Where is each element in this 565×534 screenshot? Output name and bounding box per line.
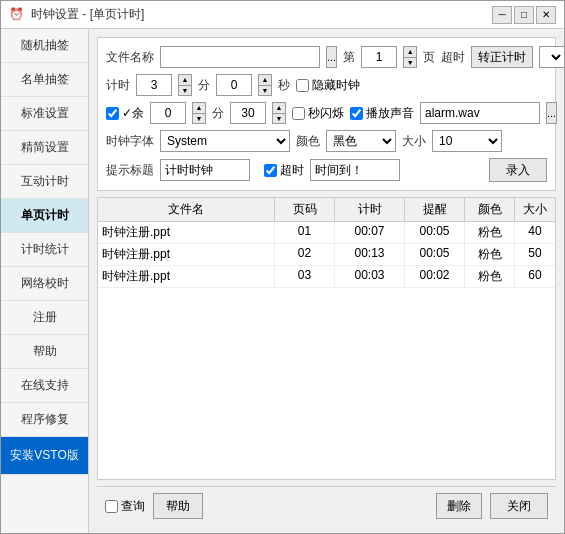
overtime-button[interactable]: 转正计时 (471, 46, 533, 68)
query-checkbox[interactable] (105, 500, 118, 513)
td-color-3: 粉色 (465, 266, 515, 287)
page-up-button[interactable]: ▲ (403, 46, 417, 57)
record-button[interactable]: 录入 (489, 158, 547, 182)
blink-label[interactable]: 秒闪烁 (292, 105, 344, 122)
td-remind-2: 00:05 (405, 244, 465, 265)
title-bar-left: ⏰ 时钟设置 - [单页计时] (9, 6, 144, 23)
th-filename: 文件名 (98, 198, 275, 221)
remain-spinner: ▲ ▼ (192, 102, 206, 124)
delete-button[interactable]: 删除 (436, 493, 482, 519)
sidebar-item-network[interactable]: 网络校时 (1, 267, 88, 301)
timer-hours-down[interactable]: ▼ (178, 85, 192, 97)
sec-label: 秒 (278, 77, 290, 94)
footer: 查询 帮助 删除 关闭 (97, 486, 556, 525)
title-bar: ⏰ 时钟设置 - [单页计时] ─ □ ✕ (1, 1, 564, 29)
page-number-input[interactable] (361, 46, 397, 68)
help-button[interactable]: 帮助 (153, 493, 203, 519)
td-size-2: 50 (515, 244, 555, 265)
sidebar-item-standard[interactable]: 标准设置 (1, 97, 88, 131)
td-page-2: 02 (275, 244, 335, 265)
td-color-2: 粉色 (465, 244, 515, 265)
file-row: 文件名称 ... 第 ▲ ▼ 页 超时 转正计时 (106, 46, 547, 68)
caption-label: 提示标题 (106, 162, 154, 179)
overtime-prompt-input[interactable] (310, 159, 400, 181)
remain-value-input[interactable] (150, 102, 186, 124)
sidebar-item-install[interactable]: 安装VSTO版 (1, 437, 88, 475)
page-label: 第 (343, 49, 355, 66)
min-label: 分 (198, 77, 210, 94)
table-row[interactable]: 时钟注册.ppt 02 00:13 00:05 粉色 50 (98, 244, 555, 266)
sound-file-input[interactable] (420, 102, 540, 124)
sidebar-item-random[interactable]: 随机抽签 (1, 29, 88, 63)
timer-label: 计时 (106, 77, 130, 94)
caption-input[interactable] (160, 159, 250, 181)
td-size-3: 60 (515, 266, 555, 287)
td-page-1: 01 (275, 222, 335, 243)
hide-clock-checkbox[interactable] (296, 79, 309, 92)
size-select[interactable]: 10 (432, 130, 502, 152)
font-row: 时钟字体 System 颜色 黑色 大小 10 (106, 130, 547, 152)
file-label: 文件名称 (106, 49, 154, 66)
sidebar: 随机抽签 名单抽签 标准设置 精简设置 互动计时 单页计时 计时统计 网络校时 … (1, 29, 89, 533)
sidebar-item-register[interactable]: 注册 (1, 301, 88, 335)
blink-checkbox[interactable] (292, 107, 305, 120)
browse-button[interactable]: ... (326, 46, 337, 68)
timer-min-down[interactable]: ▼ (258, 85, 272, 97)
timer-min-input[interactable] (216, 74, 252, 96)
remain-checkbox[interactable] (106, 107, 119, 120)
remain-min-label: 分 (212, 105, 224, 122)
remain-min-input[interactable] (230, 102, 266, 124)
hide-clock-label[interactable]: 隐藏时钟 (296, 77, 360, 94)
remain-down[interactable]: ▼ (192, 113, 206, 125)
td-remind-1: 00:05 (405, 222, 465, 243)
td-timer-3: 00:03 (335, 266, 405, 287)
font-select[interactable]: System (160, 130, 290, 152)
timer-min-spinner: ▲ ▼ (258, 74, 272, 96)
color-select[interactable]: 黑色 (326, 130, 396, 152)
remain-up[interactable]: ▲ (192, 102, 206, 113)
maximize-button[interactable]: □ (514, 6, 534, 24)
remain-min-up[interactable]: ▲ (272, 102, 286, 113)
page-spinner: ▲ ▼ (403, 46, 417, 68)
sidebar-item-interactive[interactable]: 互动计时 (1, 165, 88, 199)
td-filename-1: 时钟注册.ppt (98, 222, 275, 243)
main-content: 随机抽签 名单抽签 标准设置 精简设置 互动计时 单页计时 计时统计 网络校时 … (1, 29, 564, 533)
timer-min-up[interactable]: ▲ (258, 74, 272, 85)
th-color: 颜色 (465, 198, 515, 221)
overtime-prompt-checkbox[interactable] (264, 164, 277, 177)
sidebar-item-support[interactable]: 在线支持 (1, 369, 88, 403)
td-filename-3: 时钟注册.ppt (98, 266, 275, 287)
overtime-prompt-label[interactable]: 超时 (264, 162, 304, 179)
remain-min-down[interactable]: ▼ (272, 113, 286, 125)
th-page: 页码 (275, 198, 335, 221)
sound-browse-button[interactable]: ... (546, 102, 557, 124)
page-unit: 页 (423, 49, 435, 66)
close-window-button[interactable]: ✕ (536, 6, 556, 24)
remain-checkbox-label[interactable]: ✓余 (106, 105, 144, 122)
sidebar-item-help[interactable]: 帮助 (1, 335, 88, 369)
sidebar-item-simple[interactable]: 精简设置 (1, 131, 88, 165)
close-button[interactable]: 关闭 (490, 493, 548, 519)
table-body: 时钟注册.ppt 01 00:07 00:05 粉色 40 时钟注册.ppt 0… (98, 222, 555, 479)
timer-hours-up[interactable]: ▲ (178, 74, 192, 85)
overtime-label: 超时 (441, 49, 465, 66)
play-sound-checkbox[interactable] (350, 107, 363, 120)
color-label: 颜色 (296, 133, 320, 150)
overtime-select[interactable] (539, 46, 564, 68)
timer-hours-input[interactable] (136, 74, 172, 96)
font-label: 时钟字体 (106, 133, 154, 150)
filename-input[interactable] (160, 46, 320, 68)
sidebar-item-repair[interactable]: 程序修复 (1, 403, 88, 437)
sidebar-item-single-page[interactable]: 单页计时 (1, 199, 88, 233)
title-controls: ─ □ ✕ (492, 6, 556, 24)
page-down-button[interactable]: ▼ (403, 57, 417, 69)
table-row[interactable]: 时钟注册.ppt 01 00:07 00:05 粉色 40 (98, 222, 555, 244)
sidebar-item-list[interactable]: 名单抽签 (1, 63, 88, 97)
minimize-button[interactable]: ─ (492, 6, 512, 24)
right-panel: 文件名称 ... 第 ▲ ▼ 页 超时 转正计时 (89, 29, 564, 533)
th-timer: 计时 (335, 198, 405, 221)
sidebar-item-stats[interactable]: 计时统计 (1, 233, 88, 267)
query-label[interactable]: 查询 (105, 498, 145, 515)
play-sound-label[interactable]: 播放声音 (350, 105, 414, 122)
table-row[interactable]: 时钟注册.ppt 03 00:03 00:02 粉色 60 (98, 266, 555, 288)
